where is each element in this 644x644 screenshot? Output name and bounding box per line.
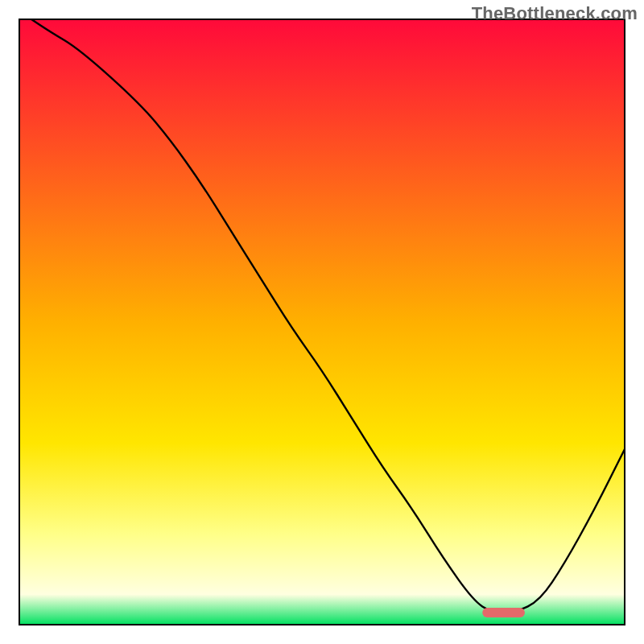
bottleneck-chart: [0, 0, 644, 644]
chart-background: [19, 19, 625, 625]
optimal-zone-marker: [482, 608, 525, 617]
watermark-label: TheBottleneck.com: [472, 3, 638, 24]
chart-container: TheBottleneck.com: [0, 0, 644, 644]
